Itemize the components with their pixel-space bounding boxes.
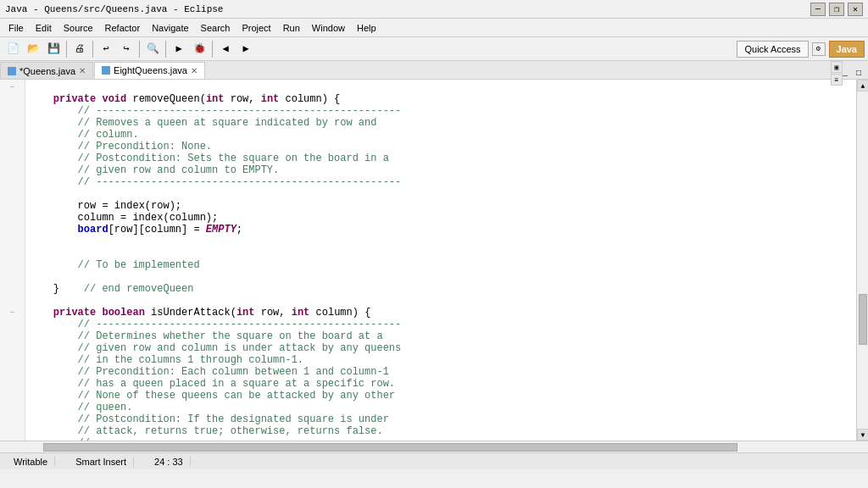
menu-search[interactable]: Search (196, 21, 236, 35)
tab-eightqueens-icon (102, 66, 110, 75)
collapse-2[interactable]: − (10, 307, 14, 319)
tab-eightqueens[interactable]: EightQueens.java ✕ (94, 62, 205, 79)
menu-run[interactable]: Run (278, 21, 305, 35)
title-bar: Java - Queens/src/Queens.java - Eclipse … (0, 0, 868, 19)
close-button[interactable]: ✕ (848, 3, 863, 16)
minimize-button[interactable]: — (810, 3, 826, 16)
toolbar-run[interactable]: ▶ (170, 40, 188, 58)
toolbar-save[interactable]: 💾 (44, 40, 63, 58)
menu-edit[interactable]: Edit (31, 21, 57, 35)
toolbar-sep-5 (212, 41, 213, 58)
menu-bar: File Edit Source Refactor Navigate Searc… (0, 19, 868, 37)
status-writable: Writable (7, 457, 55, 467)
status-position: 24 : 33 (147, 457, 191, 467)
toolbar-sep-1 (66, 41, 67, 58)
window-title: Java - Queens/src/Queens.java - Eclipse (5, 4, 223, 14)
menu-help[interactable]: Help (352, 21, 381, 35)
menu-source[interactable]: Source (58, 21, 98, 35)
tab-eightqueens-close[interactable]: ✕ (191, 66, 198, 75)
toolbar-prev[interactable]: ◀ (216, 40, 235, 58)
toolbar: 📄 📂 💾 🖨 ↩ ↪ 🔍 ▶ 🐞 ◀ ▶ Quick Access ⚙ Jav… (0, 37, 868, 61)
menu-refactor[interactable]: Refactor (100, 21, 146, 35)
menu-navigate[interactable]: Navigate (147, 21, 193, 35)
maximize-button[interactable]: ❐ (829, 3, 844, 16)
java-perspective-button[interactable]: Java (829, 41, 865, 58)
status-insert-mode: Smart Insert (69, 457, 134, 467)
code-area: − − private void removeQueen(int row, in… (0, 80, 868, 441)
toolbar-redo[interactable]: ↪ (117, 40, 136, 58)
toolbar-sep-4 (165, 41, 166, 58)
tab-queens-close[interactable]: ✕ (79, 66, 86, 75)
menu-file[interactable]: File (3, 21, 29, 35)
scroll-up-button[interactable]: ▲ (857, 80, 868, 92)
scroll-track[interactable] (857, 92, 868, 429)
quick-access-button[interactable]: Quick Access (737, 41, 808, 58)
tab-queens-label: *Queens.java (19, 66, 75, 76)
code-editor[interactable]: private void removeQueen(int row, int co… (25, 80, 856, 441)
gutter: − − (0, 80, 25, 441)
tab-queens[interactable]: *Queens.java ✕ (0, 62, 93, 79)
editor-container: *Queens.java ✕ EightQueens.java ✕ _ □ ▣ … (0, 61, 868, 452)
scroll-thumb-h[interactable] (43, 443, 737, 452)
toolbar-icon-1[interactable]: ⚙ (812, 42, 826, 56)
menu-window[interactable]: Window (307, 21, 350, 35)
toolbar-undo[interactable]: ↩ (97, 40, 115, 58)
tab-eightqueens-label: EightQueens.java (114, 65, 187, 75)
tab-queens-icon (8, 67, 16, 75)
menu-project[interactable]: Project (236, 21, 275, 35)
horizontal-scrollbar[interactable] (0, 441, 868, 452)
tab-bar: *Queens.java ✕ EightQueens.java ✕ _ □ ▣ … (0, 61, 868, 80)
quick-access-area: Quick Access ⚙ Java (737, 41, 865, 58)
toolbar-open[interactable]: 📂 (24, 40, 42, 58)
collapse-1[interactable]: − (10, 81, 14, 93)
side-panel-icons: ▣ ≡ (831, 61, 843, 86)
toolbar-print[interactable]: 🖨 (70, 40, 89, 58)
scroll-thumb[interactable] (859, 294, 867, 345)
side-icon-2[interactable]: ≡ (831, 74, 843, 86)
toolbar-sep-2 (92, 41, 93, 58)
toolbar-sep-3 (139, 41, 140, 58)
tab-bar-right: _ □ (839, 67, 868, 79)
toolbar-search[interactable]: 🔍 (143, 40, 162, 58)
status-bar: Writable Smart Insert 24 : 33 (0, 452, 868, 469)
tab-max-icon[interactable]: □ (853, 67, 865, 79)
toolbar-next[interactable]: ▶ (236, 40, 255, 58)
toolbar-new[interactable]: 📄 (3, 40, 22, 58)
toolbar-debug[interactable]: 🐞 (190, 40, 209, 58)
side-icon-1[interactable]: ▣ (831, 61, 843, 73)
scroll-down-button[interactable]: ▼ (857, 429, 868, 441)
vertical-scrollbar[interactable]: ▲ ▼ (856, 80, 868, 441)
window-controls[interactable]: — ❐ ✕ (810, 3, 863, 16)
